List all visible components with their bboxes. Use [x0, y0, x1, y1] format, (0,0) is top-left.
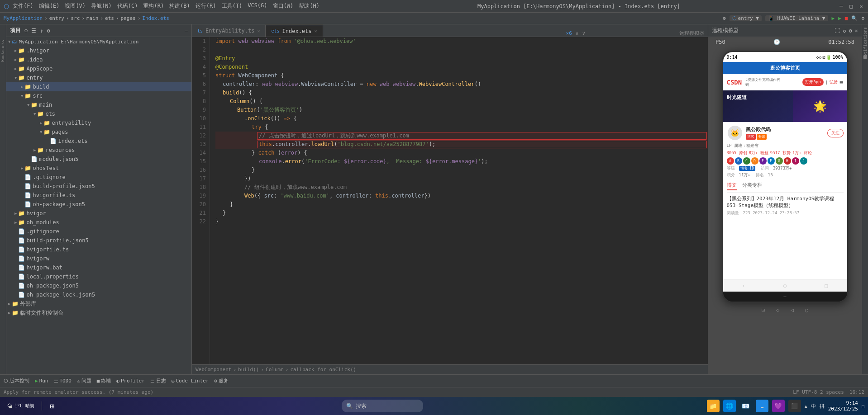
menu-help[interactable]: 帮助(H): [299, 2, 320, 10]
notifications-icon[interactable]: Notifications: [862, 26, 868, 60]
emulator-fullscreen-icon[interactable]: ⛶: [835, 28, 840, 34]
tree-item-src[interactable]: ▼ 📁 src: [6, 91, 191, 100]
debug-button[interactable]: ▶: [838, 15, 841, 21]
tree-item-buildprofile2[interactable]: ▶ 📄 build-profile.json5: [6, 236, 191, 245]
tree-item-buildprofile1[interactable]: ▶ 📄 build-profile.json5: [6, 182, 191, 191]
tree-item-localprops[interactable]: ▶ 📄 local.properties: [6, 272, 191, 281]
tree-item-myapp[interactable]: ▼ 🗂 MyApplication E:\HarmonyOS\MyApplica…: [6, 37, 191, 46]
tree-item-ohmodules[interactable]: ▶ 📁 oh_modules: [6, 218, 191, 227]
service-item[interactable]: ⚙ 服务: [214, 377, 229, 384]
tab-index[interactable]: ets Index.ets ✕: [266, 25, 323, 37]
menu-tools[interactable]: 工具(T): [222, 2, 243, 10]
menu-window[interactable]: 窗口(W): [273, 2, 294, 10]
tree-item-ohpackage2[interactable]: ▶ 📄 oh-package.json5: [6, 281, 191, 290]
tree-item-resources[interactable]: ▶ 📁 resources: [6, 146, 191, 155]
tree-item-modulejson[interactable]: ▶ 📄 module.json5: [6, 155, 191, 164]
csdn-big-button[interactable]: 逛公博客首页: [723, 62, 847, 74]
settings-icon[interactable]: ⚙: [723, 15, 726, 21]
emulator-settings-icon[interactable]: ⚙: [849, 28, 852, 34]
nav-recents-icon[interactable]: □: [825, 283, 828, 289]
tree-item-ohpackage1[interactable]: ▶ 📄 oh-package.json5: [6, 200, 191, 209]
menu-edit[interactable]: 编辑(E): [39, 2, 60, 10]
nav-home-icon[interactable]: ○: [783, 283, 787, 289]
maximize-button[interactable]: □: [848, 3, 854, 9]
file-tree-add-icon[interactable]: ⊕: [24, 28, 28, 34]
problems-item[interactable]: ⚠ 问题: [77, 377, 91, 384]
breadcrumb-file[interactable]: Index.ets: [142, 15, 169, 21]
csdn-hongyang-btn[interactable]: 弘扬: [830, 79, 838, 85]
tree-item-pages[interactable]: ▼ 📁 pages: [6, 127, 191, 137]
file-tree-list-icon[interactable]: ☰: [31, 28, 36, 34]
menu-refactor[interactable]: 重构(R): [143, 2, 164, 10]
close-tab-icon[interactable]: ✕: [257, 28, 260, 33]
version-control-item[interactable]: ⬡ 版本控制: [4, 377, 29, 384]
minimize-button[interactable]: ─: [838, 3, 844, 9]
tree-item-entry[interactable]: ▼ 📁 entry: [6, 73, 191, 82]
taskbar-app-file[interactable]: 📁: [707, 400, 720, 412]
settings2-icon[interactable]: ⚙: [861, 15, 864, 21]
terminal-item[interactable]: ■ 终端: [97, 377, 111, 384]
menu-vcs[interactable]: VCS(G): [248, 2, 267, 10]
close-button[interactable]: ✕: [858, 3, 864, 9]
tree-item-hvigorwbat[interactable]: ▶ 📄 hvigorw.bat: [6, 263, 191, 272]
tree-item-appscope[interactable]: ▶ 📁 AppScope: [6, 64, 191, 73]
file-tree-settings-icon[interactable]: ⚙: [47, 28, 50, 34]
tree-item-hvigorfile1[interactable]: ▶ 📄 hvigorfile.ts: [6, 191, 191, 200]
menu-run[interactable]: 运行(R): [196, 2, 216, 10]
code-editor[interactable]: 1 2 3 4 5 6 7 8 9 10 11 12 13 14: [192, 37, 708, 364]
tree-item-ohpackagelock[interactable]: ▶ 📄 oh-package-lock.json5: [6, 290, 191, 299]
article-item[interactable]: 【黑公系列】2023年12月 HarmonyOS教学课程053-Stage模型（…: [727, 193, 844, 219]
breadcrumb-src[interactable]: src: [71, 15, 80, 21]
phone-content[interactable]: 逛公博客首页 CSDN c资源文件克可编作代码 打开App | 弘扬 ≡: [723, 62, 847, 279]
stop-button[interactable]: ■: [845, 15, 848, 21]
taskbar-search[interactable]: 🔍 搜索: [342, 400, 423, 412]
tree-item-main[interactable]: ▼ 📁 main: [6, 100, 191, 109]
breadcrumb-myapp[interactable]: MyApplication: [4, 15, 43, 21]
emulator-close-icon[interactable]: ✕: [855, 28, 858, 34]
emulator-expand-icon[interactable]: ⊡: [759, 306, 768, 315]
taskbar-lang-zhong[interactable]: 中: [811, 403, 816, 410]
code-content[interactable]: import web_webview from '@ohos.web.webvi…: [210, 37, 708, 364]
tab-categories[interactable]: 分类专栏: [742, 181, 762, 190]
todo-item[interactable]: ☰ TODO: [54, 378, 72, 384]
csdn-menu-icon[interactable]: ≡: [839, 79, 843, 86]
tree-item-tempfiles[interactable]: ▶ 📁 临时文件和控制台: [6, 308, 191, 317]
csdn-openapp-btn[interactable]: 打开App: [802, 78, 823, 86]
breadcrumb-main[interactable]: main: [86, 15, 99, 21]
run-item[interactable]: ▶ Run: [35, 378, 48, 384]
tree-item-idea[interactable]: ▶ 📁 .idea: [6, 55, 191, 64]
tree-item-hvigor2[interactable]: ▶ 📁 hvigor: [6, 209, 191, 218]
profiler-item[interactable]: ◐ Profiler: [116, 378, 145, 384]
taskbar-app-cloud[interactable]: ☁: [756, 400, 768, 412]
tree-item-entryability[interactable]: ▶ 📁 entryability: [6, 118, 191, 127]
menu-code[interactable]: 代码(C): [117, 2, 138, 10]
emulator-circle-icon[interactable]: ○: [802, 306, 811, 315]
breadcrumb-ets[interactable]: ets: [105, 15, 114, 21]
menu-file[interactable]: 文件(F): [13, 2, 33, 10]
device-selector[interactable]: 📱 HUAWEI Lahaina ▼: [765, 15, 828, 21]
log-item[interactable]: ☰ 日志: [150, 377, 166, 384]
entry-selector[interactable]: ⬡ entry ▼: [730, 15, 762, 21]
windows-start-icon[interactable]: ⊞: [46, 400, 58, 412]
breadcrumb-pages[interactable]: pages: [121, 15, 136, 21]
menu-view[interactable]: 视图(V): [65, 2, 86, 10]
nav-back-icon[interactable]: ‹: [742, 283, 745, 289]
follow-button[interactable]: 关注: [827, 129, 844, 137]
taskbar-app-browser[interactable]: 🌐: [723, 400, 736, 412]
emulator-rotate-icon[interactable]: ↺: [843, 28, 846, 34]
notification-btn[interactable]: □: [862, 404, 864, 409]
menu-nav[interactable]: 导航(N): [91, 2, 112, 10]
tree-item-external[interactable]: ▶ 📁 外部库: [6, 299, 191, 308]
tab-entryability[interactable]: ts EntryAbility.ts ✕: [192, 25, 266, 37]
taskbar-app-terminal[interactable]: ⬛: [788, 400, 801, 412]
taskbar-app-mail[interactable]: 📧: [739, 400, 752, 412]
tree-item-hvigorfile2[interactable]: ▶ 📄 hvigorfile.ts: [6, 245, 191, 254]
tree-item-ohostest[interactable]: ▶ 📁 ohosTest: [6, 164, 191, 173]
codelinter-item[interactable]: ◎ Code Linter: [172, 378, 209, 384]
tree-item-gitignore2[interactable]: ▶ 📄 .gitignore: [6, 227, 191, 236]
tab-articles[interactable]: 博文: [727, 181, 737, 190]
tree-item-hvigorw[interactable]: ▶ 📄 hvigorw: [6, 254, 191, 263]
chevron-down-icon[interactable]: ∨: [582, 30, 585, 36]
menu-build[interactable]: 构建(B): [169, 2, 190, 10]
taskbar-app-purple[interactable]: 💜: [772, 400, 785, 412]
